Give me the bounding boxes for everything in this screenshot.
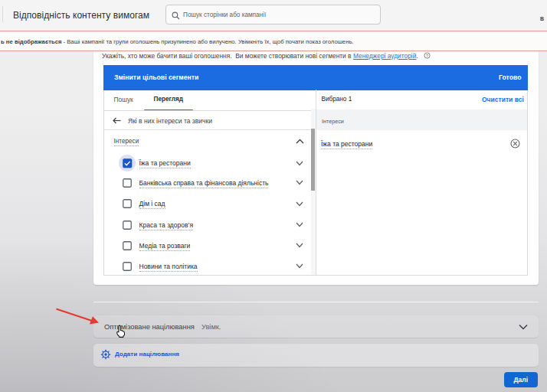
- svg-text:?: ?: [426, 54, 428, 58]
